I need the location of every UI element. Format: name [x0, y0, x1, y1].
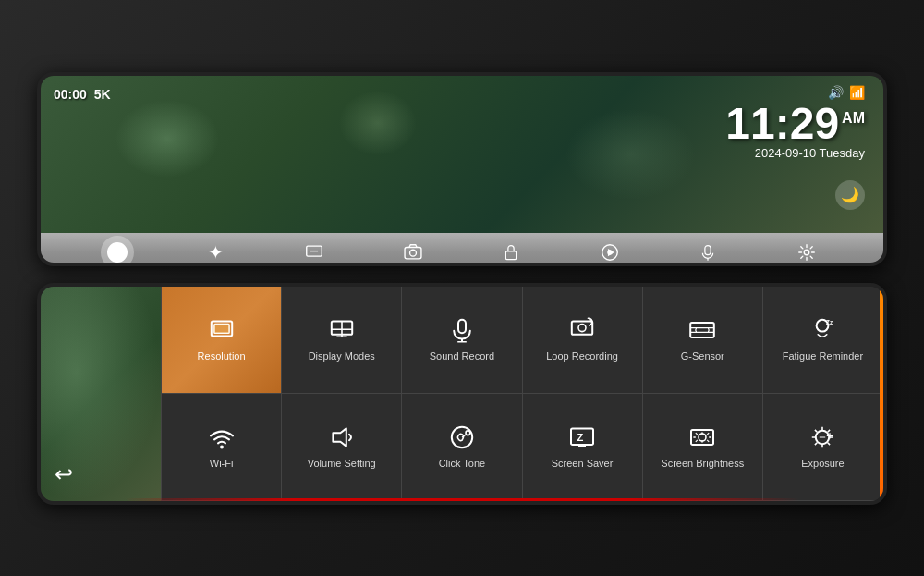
svg-rect-13 [214, 325, 229, 334]
night-mode-container: 🌙 [835, 180, 865, 210]
loop-recording-icon [567, 315, 597, 345]
menu-item-sound-record[interactable]: Sound Record [402, 287, 522, 394]
volume-setting-label: Volume Setting [308, 458, 376, 470]
svg-point-23 [578, 325, 586, 332]
svg-point-0 [108, 243, 127, 262]
resolution-icon [207, 315, 237, 345]
date: 2024-09-10 [755, 146, 817, 160]
mic-icon [699, 243, 717, 262]
menu-item-screen-brightness[interactable]: Screen Brightness [643, 394, 763, 501]
am-pm: AM [842, 110, 865, 126]
svg-point-7 [608, 250, 612, 253]
screen-saver-label: Screen Saver [552, 458, 614, 470]
lock-icon [502, 243, 520, 262]
settings-button[interactable] [790, 236, 823, 266]
svg-rect-19 [458, 320, 466, 333]
menu-item-screen-saver[interactable]: Z Screen Saver [523, 394, 643, 501]
sound-record-label: Sound Record [430, 350, 494, 362]
clock-time: 11:29 [725, 99, 839, 148]
display-icon [304, 242, 324, 263]
display-modes-label: Display Modes [309, 350, 375, 362]
svg-line-44 [707, 440, 709, 442]
resolution-badge: 5K [94, 87, 111, 102]
playback-button[interactable] [593, 236, 626, 266]
svg-text:Z: Z [577, 432, 583, 443]
g-sensor-label: G-Sensor [681, 350, 724, 362]
mic-button[interactable] [691, 236, 724, 266]
svg-line-52 [815, 430, 817, 432]
lower-screen: ↩ Resolution [41, 287, 883, 501]
record-icon [103, 238, 132, 266]
screen-brightness-label: Screen Brightness [661, 458, 744, 470]
lock-button[interactable] [494, 236, 528, 266]
date-display: 2024-09-10 Tuesday [725, 146, 865, 160]
record-button[interactable] [101, 236, 134, 266]
right-accent-bar [880, 287, 883, 501]
playback-icon [600, 242, 620, 263]
svg-point-38 [699, 434, 706, 441]
click-tone-icon [447, 423, 477, 452]
upper-mirror-device: 00:00 5K 🔊 📶 11:29AM 2024-09-10 Tuesday … [37, 72, 887, 266]
lower-mirror-device: ↩ Resolution [37, 283, 887, 505]
display-button[interactable] [298, 236, 331, 266]
click-tone-label: Click Tone [439, 458, 486, 470]
menu-item-fatigue-reminder[interactable]: Zz Fatigue Reminder [763, 287, 883, 394]
timecode: 00:00 [54, 87, 87, 102]
svg-point-10 [804, 250, 809, 255]
menu-item-g-sensor[interactable]: G-Sensor [643, 287, 763, 394]
sound-record-icon [447, 315, 477, 345]
exposure-icon [808, 423, 837, 452]
svg-rect-24 [690, 323, 714, 337]
settings-icon [796, 242, 817, 263]
loop-recording-label: Loop Recording [546, 350, 618, 362]
menu-item-volume-setting[interactable]: Volume Setting [282, 394, 402, 501]
svg-point-29 [220, 446, 224, 449]
wifi-status-icon: 📶 [849, 85, 865, 100]
g-sensor-icon [687, 315, 717, 345]
svg-line-46 [696, 440, 698, 442]
upper-camera-view: 00:00 5K 🔊 📶 11:29AM 2024-09-10 Tuesday … [41, 76, 883, 233]
menu-item-resolution[interactable]: Resolution [162, 287, 282, 394]
screen-saver-icon: Z [567, 423, 597, 452]
svg-rect-22 [572, 322, 592, 335]
day-name: Tuesday [820, 146, 865, 160]
svg-line-54 [828, 430, 830, 432]
night-mode-button[interactable]: 🌙 [835, 180, 865, 210]
exposure-label: Exposure [801, 458, 844, 470]
speaker-icon: 🔊 [828, 85, 844, 100]
svg-line-45 [707, 434, 709, 435]
svg-line-53 [828, 443, 830, 445]
svg-text:Zz: Zz [826, 319, 833, 325]
fatigue-reminder-icon: Zz [808, 315, 837, 345]
display-modes-icon [327, 315, 357, 345]
svg-point-4 [409, 250, 416, 256]
menu-item-exposure[interactable]: Exposure [763, 394, 883, 501]
bottom-accent-bar [41, 498, 883, 501]
menu-item-wifi[interactable]: Wi-Fi [162, 394, 282, 501]
brightness-button[interactable]: ✦ [200, 236, 233, 266]
settings-menu-grid: Resolution Display Modes [161, 287, 883, 501]
status-icons: 🔊 📶 [725, 85, 865, 100]
resolution-label: Resolution [198, 350, 246, 362]
svg-line-43 [696, 434, 698, 435]
camera-icon [403, 242, 423, 263]
camera-button[interactable] [396, 236, 430, 266]
clock-display: 11:29AM [725, 102, 865, 146]
brightness-icon: ✦ [208, 241, 224, 263]
svg-marker-30 [333, 429, 346, 447]
back-button[interactable]: ↩ [55, 461, 73, 487]
svg-rect-3 [405, 247, 421, 258]
menu-item-click-tone[interactable]: Click Tone [402, 394, 522, 501]
menu-item-display-modes[interactable]: Display Modes [282, 287, 402, 394]
screen-brightness-icon [687, 423, 717, 452]
clock-info: 🔊 📶 11:29AM 2024-09-10 Tuesday [725, 85, 865, 160]
svg-line-55 [815, 443, 817, 445]
volume-setting-icon [327, 423, 357, 452]
svg-rect-5 [506, 251, 517, 259]
wifi-icon [207, 423, 237, 452]
menu-item-loop-recording[interactable]: Loop Recording [523, 287, 643, 394]
svg-rect-8 [705, 245, 711, 254]
fatigue-reminder-label: Fatigue Reminder [783, 350, 863, 362]
lower-camera-preview: ↩ [41, 287, 161, 501]
upper-top-bar: 00:00 5K [54, 87, 111, 102]
